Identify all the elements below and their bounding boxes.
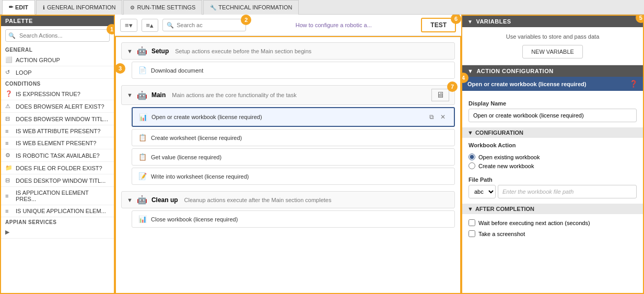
desktop-window-icon: ⊟ (5, 177, 13, 184)
tab-runtime-settings[interactable]: ⚙ RUN-TIME SETTINGS (123, 0, 202, 15)
action-create-worksheet[interactable]: 📋 Create worksheet (license required) (132, 129, 455, 146)
help-icon[interactable]: ❓ (629, 80, 638, 88)
main-chevron-icon: ▼ (127, 92, 133, 98)
cleanup-robot-icon: 🤖 (137, 195, 147, 205)
action-get-value[interactable]: 📋 Get value (license required) (132, 148, 455, 166)
radio-create-new-label: Create new workbook (478, 163, 534, 169)
checkbox-wait-before-label: Wait before executing next action (secon… (478, 220, 590, 226)
tab-edit[interactable]: ✏ EDIT (2, 0, 35, 15)
radio-create-new-input[interactable] (469, 162, 475, 169)
action-open-workbook[interactable]: 📊 Open or create workbook (license requi… (132, 107, 455, 127)
palette-item-web-attribute[interactable]: ≡ IS WEB ATTRIBUTE PRESENT? (1, 125, 114, 137)
after-completion-header: ▼ AFTER COMPLETION (462, 204, 643, 214)
palette-item-action-group[interactable]: ⬜ ACTION GROUP (1, 54, 114, 66)
setup-robot-icon: 🤖 (137, 46, 147, 56)
palette-panel: PALETTE 🔍 1 GENERAL ⬜ ACTION GROUP ↺ LOO… (0, 15, 115, 294)
cleanup-desc: Cleanup actions execute after the Main s… (184, 197, 332, 203)
palette-item-file-folder[interactable]: 📁 DOES FILE OR FOLDER EXIST? (1, 162, 114, 174)
variables-section: ▼ VARIABLES 5 Use variables to store and… (462, 16, 643, 65)
flow-section-main: ▼ 🤖 Main Main actions are the core funct… (121, 85, 455, 185)
browser-alert-icon: ⚠ (5, 103, 13, 110)
main-robot-icon: 🤖 (137, 90, 147, 100)
center-search-wrap: 🔍 2 (162, 19, 246, 31)
top-tab-bar: ✏ EDIT ℹ GENERAL INFORMATION ⚙ RUN-TIME … (0, 0, 644, 15)
action-write-worksheet-label: Write into worksheet (license required) (151, 173, 249, 180)
right-panel: ▼ VARIABLES 5 Use variables to store and… (461, 15, 644, 294)
palette-search-wrap: 🔍 1 (1, 26, 114, 45)
collapse-all-button[interactable]: ≡▴ (142, 19, 159, 32)
center-search-input[interactable] (162, 19, 246, 31)
setup-desc: Setup actions execute before the Main se… (175, 48, 311, 54)
palette-item-loop[interactable]: ↺ LOOP (1, 66, 114, 79)
flow-area: 3 ▼ 🤖 Setup Setup actions execute before… (115, 36, 461, 294)
checkbox-screenshot-label: Take a screenshot (478, 231, 525, 237)
action-write-worksheet[interactable]: 📝 Write into worksheet (license required… (132, 168, 455, 185)
robotic-task-icon: ⚙ (5, 152, 13, 159)
palette-item-is-expression-true[interactable]: ❓ IS EXPRESSION TRUE? (1, 88, 114, 100)
workbook-action-label: Workbook Action (469, 142, 637, 148)
checkbox-wait-before-input[interactable] (469, 219, 475, 226)
create-worksheet-icon: 📋 (138, 134, 147, 142)
section-label-general: GENERAL (1, 45, 114, 54)
expression-icon: ❓ (5, 90, 13, 97)
palette-badge-1: 1 (107, 24, 115, 34)
new-variable-button[interactable]: NEW VARIABLE (522, 45, 583, 58)
palette-item-browser-alert[interactable]: ⚠ DOES BROWSER ALERT EXIST? (1, 100, 114, 113)
variables-header-label: VARIABLES (476, 18, 511, 25)
copy-action-button[interactable]: ⧉ (427, 112, 436, 122)
flow-section-cleanup: ▼ 🤖 Clean up Cleanup actions execute aft… (121, 191, 455, 228)
palette-search-icon: 🔍 (8, 32, 16, 39)
center-area: ≡▾ ≡▴ 🔍 2 How to configure a robotic a..… (115, 15, 461, 294)
main-badge-7: 7 (447, 81, 458, 92)
cleanup-chevron-icon: ▼ (127, 197, 133, 203)
radio-create-new[interactable]: Create new workbook (469, 162, 637, 169)
expand-all-button[interactable]: ≡▾ (120, 19, 137, 32)
action-open-workbook-actions: ⧉ ✕ (427, 112, 448, 122)
section-header-setup[interactable]: ▼ 🤖 Setup Setup actions execute before t… (121, 42, 455, 60)
palette-item-app-element[interactable]: ≡ IS APPLICATION ELEMENT PRES... (1, 187, 114, 205)
workbook-action-radio-group: Open existing workbook Create new workbo… (469, 150, 637, 172)
palette-item-appian-service[interactable]: ▶ (1, 226, 114, 239)
display-name-label: Display Name (469, 100, 637, 107)
action-config-header[interactable]: ▼ ACTION CONFIGURATION (462, 65, 643, 77)
palette-search-input[interactable] (5, 29, 110, 42)
palette-item-robotic-task[interactable]: ⚙ IS ROBOTIC TASK AVAILABLE? (1, 149, 114, 162)
palette-item-unique-app-element[interactable]: ≡ IS UNIQUE APPLICATION ELEM... (1, 205, 114, 217)
checkbox-screenshot-input[interactable] (469, 230, 475, 237)
tab-general-information[interactable]: ℹ GENERAL INFORMATION (36, 0, 122, 15)
delete-action-button[interactable]: ✕ (438, 112, 448, 122)
action-close-workbook[interactable]: 📊 Close workbook (license required) (132, 210, 455, 228)
main-title: Main (151, 91, 166, 99)
write-worksheet-icon: 📝 (138, 172, 147, 180)
action-group-icon: ⬜ (5, 56, 13, 63)
active-action-name: Open or create workbook (license require… (467, 81, 586, 87)
screenshot-main-button[interactable]: 🖥 (431, 89, 449, 101)
radio-open-existing[interactable]: Open existing workbook (469, 154, 637, 160)
web-element-icon: ≡ (5, 140, 13, 146)
setup-chevron-icon: ▼ (127, 48, 133, 54)
browser-window-icon: ⊟ (5, 115, 13, 122)
tab-technical-information[interactable]: 🔧 TECHNICAL INFORMATION (203, 0, 299, 15)
main-layout: PALETTE 🔍 1 GENERAL ⬜ ACTION GROUP ↺ LOO… (0, 15, 644, 294)
config-chevron-icon: ▼ (467, 68, 473, 74)
action-create-worksheet-label: Create worksheet (license required) (151, 135, 242, 141)
how-to-link[interactable]: How to configure a robotic a... (250, 22, 417, 28)
file-path-input[interactable] (498, 185, 637, 198)
palette-item-web-element[interactable]: ≡ IS WEB ELEMENT PRESENT? (1, 137, 114, 149)
variables-body: Use variables to store and pass data NEW… (462, 27, 643, 65)
palette-item-desktop-window-title[interactable]: ⊟ DOES DESKTOP WINDOW TITL... (1, 174, 114, 187)
palette-list: GENERAL ⬜ ACTION GROUP ↺ LOOP CONDITIONS… (1, 45, 114, 293)
section-header-cleanup[interactable]: ▼ 🤖 Clean up Cleanup actions execute aft… (121, 191, 455, 208)
action-download-document[interactable]: 📄 Download document (132, 62, 455, 79)
variables-section-header[interactable]: ▼ VARIABLES 5 (462, 16, 643, 27)
checkbox-wait-before[interactable]: Wait before executing next action (secon… (469, 217, 637, 228)
section-label-appian-services: APPIAN SERVICES (1, 217, 114, 226)
file-path-type-select[interactable]: abc (469, 185, 496, 198)
action-close-workbook-label: Close workbook (license required) (151, 216, 238, 222)
action-download-document-label: Download document (151, 67, 203, 74)
palette-item-browser-window-title[interactable]: ⊟ DOES BROWSER WINDOW TITL... (1, 113, 114, 125)
section-header-main[interactable]: ▼ 🤖 Main Main actions are the core funct… (121, 85, 455, 105)
checkbox-screenshot[interactable]: Take a screenshot (469, 228, 637, 239)
radio-open-existing-input[interactable] (469, 154, 475, 160)
display-name-input[interactable] (469, 109, 637, 122)
